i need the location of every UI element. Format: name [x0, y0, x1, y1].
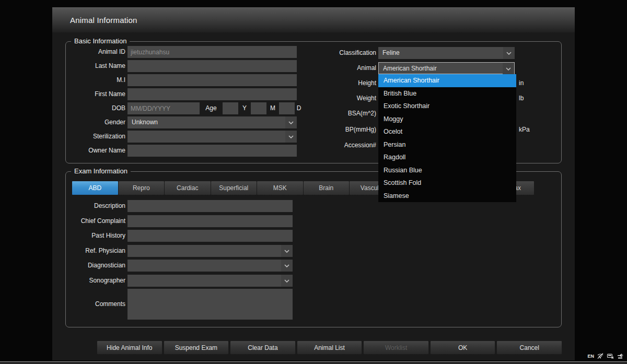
bp-unit: kPa — [519, 124, 530, 136]
dropdown-option-persian[interactable]: Persian — [378, 138, 516, 151]
chevron-down-icon — [281, 245, 293, 257]
exam-information-legend: Exam Information — [71, 167, 131, 175]
chief-complaint-label: Chief Complaint — [52, 215, 125, 227]
age-label: Age — [201, 102, 222, 114]
accession-label: Accession# — [272, 139, 376, 151]
dropdown-option-ocelot[interactable]: Ocelot — [378, 125, 516, 138]
diagnostician-combobox[interactable] — [127, 260, 293, 272]
ref-physician-combobox[interactable] — [127, 245, 293, 257]
age-years-input[interactable] — [223, 102, 238, 114]
animal-dropdown-list: American Shorthair British Blue Exotic S… — [378, 74, 516, 202]
animal-combobox[interactable]: American Shorthair — [378, 62, 515, 74]
cancel-button[interactable]: Cancel — [496, 340, 562, 355]
suspend-exam-button[interactable]: Suspend Exam — [164, 340, 229, 355]
worklist-button: Worklist — [363, 340, 429, 355]
diagnostician-label: Diagnostician — [52, 260, 125, 272]
age-years-unit: Y — [239, 102, 250, 114]
dropdown-option-siamese[interactable]: Siamese — [378, 190, 516, 203]
dropdown-option-exotic-shorthair[interactable]: Exotic Shorthair — [378, 100, 516, 113]
animal-value: American Shorthair — [383, 63, 502, 75]
first-name-label: First Name — [52, 88, 125, 100]
classification-value: Feline — [382, 47, 502, 59]
gender-label: Gender — [52, 116, 125, 128]
sterilization-label: Sterilization — [52, 131, 125, 143]
chevron-down-icon — [503, 47, 515, 59]
animal-id-label: Animal ID — [52, 46, 125, 58]
clear-data-button[interactable]: Clear Data — [230, 340, 296, 355]
bottom-edge-bar — [0, 361, 627, 364]
chevron-down-icon — [503, 63, 514, 75]
description-label: Description — [52, 200, 125, 212]
animal-information-dialog: Animal Information Basic Information Ani… — [52, 7, 575, 360]
sonographer-label: Sonographer — [52, 275, 125, 287]
dropdown-option-scottish-fold[interactable]: Scottish Fold — [378, 177, 516, 190]
animal-list-button[interactable]: Animal List — [297, 340, 363, 355]
input-language-indicator: EN — [587, 354, 594, 359]
weight-label: Weight — [272, 92, 376, 104]
hide-animal-info-button[interactable]: Hide Animal Info — [97, 340, 162, 355]
chevron-down-icon — [281, 260, 293, 272]
status-bar: EN — [587, 353, 624, 359]
last-name-label: Last Name — [52, 60, 125, 72]
recorder-icon — [617, 353, 624, 359]
owner-name-label: Owner Name — [52, 145, 125, 157]
past-history-input[interactable] — [127, 230, 293, 242]
dropdown-option-british-blue[interactable]: British Blue — [378, 87, 516, 100]
classification-label: Classification — [272, 47, 376, 59]
dialog-titlebar: Animal Information — [52, 7, 575, 32]
basic-information-legend: Basic Information — [71, 37, 130, 45]
footer-button-bar: Hide Animal Info Suspend Exam Clear Data… — [97, 340, 562, 355]
comments-textarea[interactable] — [127, 289, 293, 320]
classification-combobox[interactable]: Feline — [378, 47, 515, 59]
description-input[interactable] — [127, 200, 293, 212]
tab-msk[interactable]: MSK — [257, 181, 303, 195]
dropdown-option-russian-blue[interactable]: Russian Blue — [378, 164, 516, 177]
tab-brain[interactable]: Brain — [304, 181, 350, 195]
tab-repro[interactable]: Repro — [119, 181, 165, 195]
age-months-input[interactable] — [251, 102, 266, 114]
dob-input[interactable] — [127, 102, 200, 114]
bp-label: BP(mmHg) — [272, 124, 376, 136]
height-label: Height — [272, 77, 376, 89]
chevron-down-icon — [281, 275, 293, 287]
bsa-label: BSA(m^2) — [272, 108, 376, 120]
chief-complaint-input[interactable] — [127, 215, 293, 227]
ref-physician-label: Ref. Physician — [52, 245, 125, 257]
dropdown-option-moggy[interactable]: Moggy — [378, 113, 516, 126]
dob-label: DOB — [52, 102, 125, 114]
comments-label: Comments — [52, 298, 125, 310]
tab-superficial[interactable]: Superficial — [211, 181, 257, 195]
animal-label: Animal — [272, 62, 376, 74]
tab-cardiac[interactable]: Cardiac — [165, 181, 211, 195]
gender-value: Unknown — [132, 116, 284, 128]
network-off-icon — [597, 353, 604, 359]
dropdown-option-american-shorthair[interactable]: American Shorthair — [378, 74, 516, 87]
dialog-title: Animal Information — [70, 8, 137, 33]
mi-label: M.I — [52, 74, 125, 86]
tab-abd[interactable]: ABD — [72, 181, 118, 195]
past-history-label: Past History — [52, 230, 125, 242]
dropdown-option-ragdoll[interactable]: Ragdoll — [378, 151, 516, 164]
ok-button[interactable]: OK — [430, 340, 496, 355]
storage-x-icon — [607, 353, 614, 359]
height-unit: in — [519, 77, 524, 89]
sonographer-combobox[interactable] — [127, 275, 293, 287]
weight-unit: lb — [519, 92, 524, 104]
